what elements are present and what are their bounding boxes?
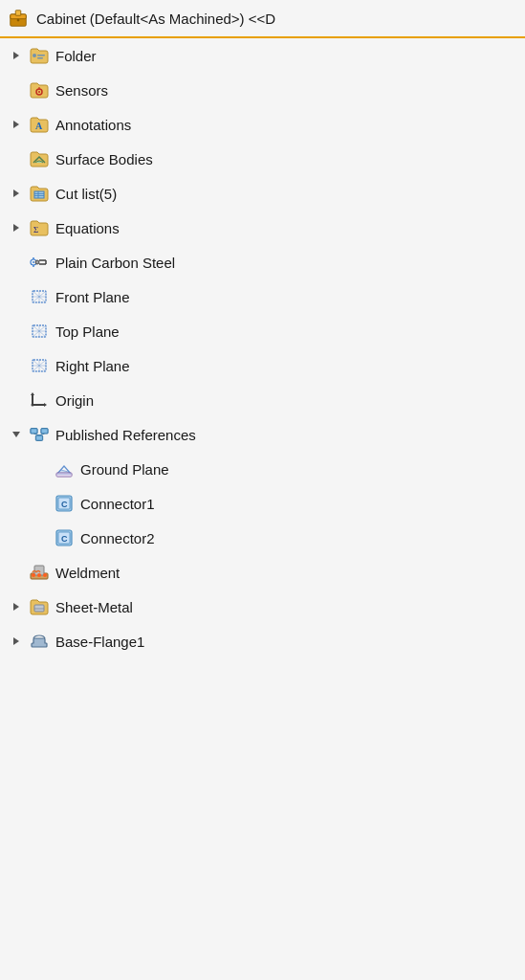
svg-point-22	[33, 257, 34, 259]
tree-item-label-surface-bodies: Surface Bodies	[55, 151, 153, 167]
expand-arrow[interactable]	[10, 49, 23, 62]
tree-items-container: Folder Sensors A Annotations Surface Bod…	[0, 38, 525, 658]
tree-item-weldment[interactable]: Weldment	[0, 555, 525, 590]
svg-text:C: C	[61, 534, 68, 544]
plane-icon	[29, 321, 50, 342]
tree-item-annotations[interactable]: A Annotations	[0, 107, 525, 142]
svg-rect-7	[37, 57, 43, 59]
expand-arrow[interactable]	[10, 187, 23, 200]
svg-point-21	[33, 261, 34, 263]
svg-point-70	[43, 573, 47, 577]
svg-marker-49	[12, 432, 20, 437]
base-flange-icon	[29, 631, 50, 652]
tree-item-label-connector1: Connector1	[80, 496, 155, 512]
svg-rect-14	[34, 191, 44, 198]
svg-marker-71	[13, 603, 19, 611]
sensors-icon	[29, 79, 50, 100]
svg-marker-4	[13, 52, 19, 59]
svg-marker-46	[44, 403, 47, 407]
surface-bodies-icon	[29, 148, 50, 169]
tree-item-right-plane[interactable]: Right Plane	[0, 348, 525, 383]
svg-point-25	[36, 261, 38, 263]
annotations-icon: A	[29, 114, 50, 135]
tree-item-published-references[interactable]: Published References	[0, 417, 525, 452]
svg-point-9	[38, 91, 40, 93]
published-refs-icon	[29, 424, 50, 445]
tree-item-plain-carbon-steel[interactable]: Plain Carbon Steel	[0, 245, 525, 279]
tree-item-folder[interactable]: Folder	[0, 38, 525, 73]
svg-point-3	[17, 19, 20, 22]
svg-text:C: C	[61, 500, 68, 509]
tree-item-connector1[interactable]: C Connector1	[0, 486, 525, 521]
svg-text:A: A	[35, 121, 43, 131]
tree-item-top-plane[interactable]: Top Plane	[0, 314, 525, 348]
tree-item-sheet-metal[interactable]: Sheet-Metal	[0, 590, 525, 624]
connector-icon: C	[54, 493, 75, 514]
svg-marker-13	[13, 189, 19, 197]
sheet-metal-icon	[29, 596, 50, 617]
weldment-icon	[29, 562, 50, 583]
tree-item-label-published-references: Published References	[55, 427, 196, 443]
tree-item-label-equations: Equations	[55, 220, 120, 236]
expand-arrow[interactable]	[10, 118, 23, 131]
tree-item-label-sensors: Sensors	[55, 82, 108, 99]
tree-item-label-annotations: Annotations	[55, 117, 131, 133]
cabinet-icon	[8, 8, 29, 29]
equations-icon: Σ	[29, 217, 50, 238]
svg-rect-55	[32, 430, 37, 434]
tree-item-label-right-plane: Right Plane	[55, 358, 130, 374]
tree-item-base-flange[interactable]: Base-Flange1	[0, 624, 525, 658]
tree-item-sensors[interactable]: Sensors	[0, 73, 525, 107]
expand-arrow[interactable]	[10, 600, 23, 613]
tree-item-label-connector2: Connector2	[80, 530, 155, 546]
svg-rect-72	[34, 605, 44, 612]
svg-point-48	[32, 404, 34, 407]
tree-item-label-ground-plane: Ground Plane	[80, 461, 169, 478]
expand-arrow[interactable]	[10, 221, 23, 234]
svg-marker-18	[13, 224, 19, 232]
tree-item-connector2[interactable]: C Connector2	[0, 521, 525, 555]
expand-arrow[interactable]	[10, 428, 23, 441]
feature-tree: Cabinet (Default<As Machined>) <<D Folde…	[0, 0, 525, 980]
tree-item-label-plain-carbon-steel: Plain Carbon Steel	[55, 255, 175, 271]
svg-marker-74	[13, 637, 19, 645]
tree-item-label-origin: Origin	[55, 392, 94, 409]
plane-icon	[29, 286, 50, 307]
connector-icon: C	[54, 527, 75, 548]
tree-item-ground-plane[interactable]: Ground Plane	[0, 452, 525, 486]
tree-item-label-top-plane: Top Plane	[55, 323, 120, 340]
tree-item-label-cut-list: Cut list(5)	[55, 186, 117, 202]
svg-point-5	[33, 54, 36, 57]
tree-header-title: Cabinet (Default<As Machined>) <<D	[36, 11, 275, 27]
cut-list-icon	[29, 183, 50, 204]
svg-marker-47	[31, 392, 34, 395]
svg-point-68	[32, 573, 35, 577]
tree-item-front-plane[interactable]: Front Plane	[0, 279, 525, 314]
tree-item-label-weldment: Weldment	[55, 565, 120, 581]
ground-plane-icon	[54, 458, 75, 479]
expand-arrow[interactable]	[10, 635, 23, 648]
tree-header: Cabinet (Default<As Machined>) <<D	[0, 0, 525, 38]
svg-rect-56	[42, 430, 48, 434]
folder-icon	[29, 45, 50, 66]
svg-marker-11	[13, 121, 19, 128]
svg-rect-2	[15, 11, 21, 16]
origin-icon	[29, 390, 50, 411]
svg-rect-57	[36, 436, 42, 440]
tree-item-surface-bodies[interactable]: Surface Bodies	[0, 142, 525, 176]
svg-rect-6	[37, 55, 45, 56]
tree-item-label-front-plane: Front Plane	[55, 289, 130, 305]
plane-icon	[29, 355, 50, 376]
svg-rect-59	[56, 473, 72, 477]
tree-item-cut-list[interactable]: Cut list(5)	[0, 176, 525, 211]
svg-point-69	[37, 573, 41, 577]
svg-point-23	[33, 265, 34, 267]
tree-item-label-sheet-metal: Sheet-Metal	[55, 599, 133, 615]
material-icon	[29, 252, 50, 273]
tree-item-equations[interactable]: Σ Equations	[0, 211, 525, 245]
tree-item-label-folder: Folder	[55, 48, 97, 64]
tree-item-label-base-flange: Base-Flange1	[55, 634, 144, 650]
svg-text:Σ: Σ	[33, 225, 38, 234]
tree-item-origin[interactable]: Origin	[0, 383, 525, 417]
